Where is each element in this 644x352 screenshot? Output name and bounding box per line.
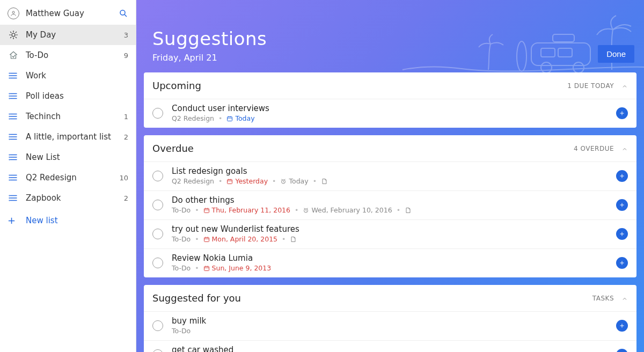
due-date: Yesterday [226,177,268,185]
sidebar-item-q2-redesign[interactable]: Q2 Redesign10 [0,167,136,188]
sidebar-list: My Day3To-Do9WorkPoll ideasTechinch1A li… [0,25,136,208]
due-date: Sun, June 9, 2013 [203,264,272,272]
sidebar-item-label: To-Do [26,50,121,60]
sidebar-item-count: 3 [121,31,128,39]
page-header: Suggestions Friday, April 21 Done [136,0,644,72]
list-icon [8,112,19,121]
section-header[interactable]: Overdue4 OVERDUE [144,135,636,162]
account-header[interactable]: Matthew Guay [0,2,136,25]
sidebar-item-label: Work [26,71,121,80]
task-row[interactable]: get car washedTo-Do [144,340,636,352]
add-to-my-day-button[interactable] [616,349,628,353]
add-to-my-day-button[interactable] [616,170,628,182]
complete-checkbox[interactable] [152,171,163,181]
complete-checkbox[interactable] [152,229,163,239]
svg-point-1 [120,10,125,15]
svg-line-73 [284,179,286,180]
complete-checkbox[interactable] [152,349,163,353]
task-row[interactable]: try out new Wunderlist featuresTo-DoMon,… [144,219,636,248]
svg-point-52 [9,198,10,199]
svg-point-53 [9,200,10,201]
sidebar-item-count: 9 [121,52,128,60]
svg-point-28 [9,116,10,117]
task-list: To-Do [172,327,191,335]
task-body: List redesign goalsQ2 RedesignYesterdayT… [172,166,616,185]
sidebar-item-zapbook[interactable]: Zapbook2 [0,188,136,208]
svg-point-35 [9,139,10,140]
chevron-up-icon [621,83,628,89]
separator [195,264,199,272]
sidebar-item-to-do[interactable]: To-Do9 [0,45,136,65]
separator [313,177,317,185]
add-to-my-day-button[interactable] [616,257,628,269]
due-date: Mon, April 20, 2015 [203,235,278,243]
sidebar-item-label: New List [26,152,121,162]
sidebar-item-count: 2 [121,133,128,141]
sidebar-item-poll-ideas[interactable]: Poll ideas [0,86,136,106]
svg-point-41 [9,159,10,160]
task-title: try out new Wunderlist features [172,224,616,234]
complete-checkbox[interactable] [152,258,163,268]
svg-rect-74 [204,208,209,212]
avatar [8,8,19,19]
task-body: try out new Wunderlist featuresTo-DoMon,… [172,224,616,243]
svg-line-10 [10,37,11,38]
sidebar-item-new-list[interactable]: New List [0,147,136,167]
due-date: Today [226,114,254,122]
section-overdue: Overdue4 OVERDUEList redesign goalsQ2 Re… [144,135,636,277]
sidebar-item-work[interactable]: Work [0,65,136,86]
section-title: Suggested for you [152,292,592,304]
task-row[interactable]: Review Nokia LumiaTo-DoSun, June 9, 2013 [144,248,636,277]
task-list: To-Do [172,206,191,214]
svg-line-2 [125,14,127,17]
task-row[interactable]: buy milkTo-Do [144,311,636,340]
svg-rect-61 [228,116,232,121]
sun-icon [8,30,19,40]
complete-checkbox[interactable] [152,320,163,331]
due-date: Thu, February 11, 2016 [203,206,290,214]
list-icon [8,71,19,80]
list-icon [8,91,19,101]
complete-checkbox[interactable] [152,200,163,210]
task-body: Conduct user interviewsQ2 RedesignToday [172,104,616,122]
task-row[interactable]: Conduct user interviewsQ2 RedesignToday [144,99,636,128]
svg-rect-83 [204,237,209,241]
svg-line-8 [10,32,11,33]
complete-checkbox[interactable] [152,108,163,119]
svg-line-71 [283,181,284,182]
section-meta: 4 OVERDUE [574,145,614,152]
svg-rect-65 [228,179,232,184]
section-header[interactable]: Suggested for youTASKS [144,285,636,311]
done-button[interactable]: Done [598,45,634,63]
svg-line-82 [307,208,308,209]
svg-line-80 [306,210,307,211]
section-upcoming: Upcoming1 DUE TODAYConduct user intervie… [144,72,636,128]
section-header[interactable]: Upcoming1 DUE TODAY [144,72,636,99]
svg-point-33 [9,134,10,135]
list-icon [8,193,19,203]
add-to-my-day-button[interactable] [616,199,628,211]
add-to-my-day-button[interactable] [616,320,628,332]
section-title: Upcoming [152,80,567,91]
svg-point-27 [9,114,10,114]
separator [218,177,222,185]
sidebar-item-my-day[interactable]: My Day3 [0,25,136,45]
task-title: Do other things [172,195,616,205]
separator [195,206,199,214]
task-row[interactable]: Do other thingsTo-DoThu, February 11, 20… [144,190,636,219]
task-title: buy milk [172,316,616,326]
sidebar-item-label: Q2 Redesign [26,173,119,182]
task-list: To-Do [172,264,191,272]
add-to-my-day-button[interactable] [616,107,628,119]
main-panel: Suggestions Friday, April 21 Done Upcomi… [136,0,644,352]
sidebar-item-techinch[interactable]: Techinch1 [0,106,136,127]
add-to-my-day-button[interactable] [616,228,628,240]
task-body: Do other thingsTo-DoThu, February 11, 20… [172,195,616,214]
search-icon[interactable] [119,9,128,18]
task-list: To-Do [172,235,191,243]
sidebar-item-a-little-important-list[interactable]: A little, important list2 [0,127,136,147]
task-row[interactable]: List redesign goalsQ2 RedesignYesterdayT… [144,162,636,190]
svg-point-47 [9,180,10,180]
section-title: Overdue [152,143,574,154]
new-list-button[interactable]: + New list [0,208,136,232]
